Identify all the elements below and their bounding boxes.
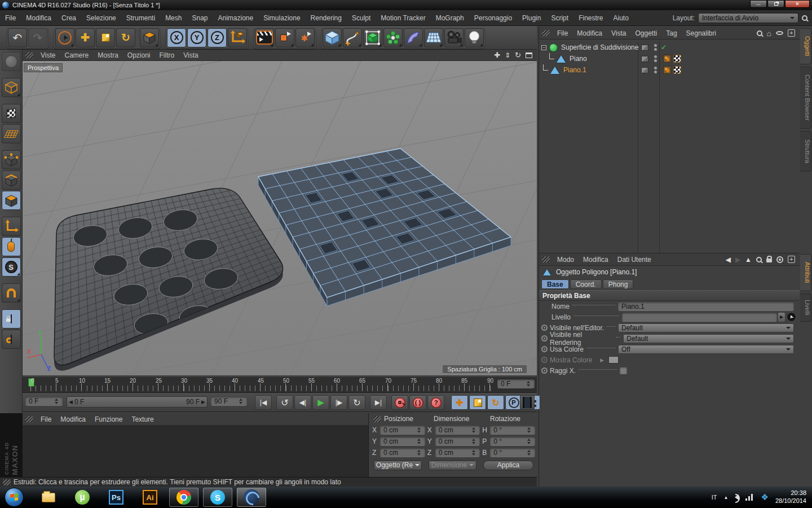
taskbar-utorrent[interactable]: µ <box>74 489 91 506</box>
materials-list-empty[interactable] <box>23 426 368 476</box>
lock-icon[interactable] <box>766 259 772 262</box>
workplane-lock-button[interactable] <box>2 309 21 329</box>
move-tool-button[interactable]: ✚ <box>76 28 95 47</box>
am-menu-modo[interactable]: Modo <box>553 253 579 266</box>
object-label-selected[interactable]: Piano.1 <box>563 66 586 74</box>
vp-menu-opzioni[interactable]: Opzioni <box>123 50 155 61</box>
play-forward-loop-button[interactable]: ↻ <box>348 395 365 410</box>
vp-menu-filtro[interactable]: Filtro <box>155 50 179 61</box>
nome-field[interactable]: Piano.1 <box>618 302 794 311</box>
taskbar-photoshop[interactable]: Ps <box>108 489 125 506</box>
tree-row-piano1[interactable]: Piano.1 <box>539 64 800 76</box>
usa-colore-dropdown[interactable]: Off <box>618 345 794 354</box>
livello-menu-button[interactable]: ▶ <box>778 313 785 322</box>
texture-axis-mode-button[interactable] <box>2 124 21 143</box>
range-right-arrow-icon[interactable]: ▶ <box>201 399 205 405</box>
volume-icon[interactable] <box>735 494 739 500</box>
spinner-icon[interactable] <box>416 437 422 446</box>
pos-y-field[interactable]: 0 cm <box>380 437 425 446</box>
mat-menu-modifica[interactable]: Modifica <box>56 413 90 426</box>
keyframe-selection-button[interactable]: ? <box>427 395 444 410</box>
spinner-icon[interactable] <box>471 448 476 457</box>
search-icon[interactable] <box>802 15 807 21</box>
tab-livelli[interactable]: Livelli <box>800 294 811 322</box>
rot-p-field[interactable]: 0 ° <box>490 437 535 446</box>
om-menu-modifica[interactable]: Modifica <box>572 27 607 40</box>
layer-chip[interactable] <box>641 67 648 73</box>
expander-icon[interactable]: − <box>541 45 546 50</box>
goto-end-button[interactable]: ▶| <box>370 395 387 410</box>
spinner-icon[interactable] <box>416 448 422 457</box>
spinner-icon[interactable] <box>416 426 422 435</box>
current-frame-field[interactable]: 0 F <box>497 379 535 388</box>
workplane-button[interactable] <box>2 330 21 349</box>
spinner-icon[interactable] <box>526 437 532 446</box>
panel-drag-handle[interactable] <box>373 416 381 422</box>
raggi-x-checkbox[interactable] <box>620 367 627 374</box>
viewport-tool-button[interactable] <box>2 237 21 256</box>
anim-dot-icon[interactable] <box>541 335 548 341</box>
menu-mesh[interactable]: Mesh <box>160 10 187 26</box>
vp-menu-viste[interactable]: Viste <box>36 50 60 61</box>
search-icon[interactable] <box>756 257 762 262</box>
record-keyframe-button[interactable] <box>391 395 408 410</box>
add-subdivision-surface-button[interactable] <box>363 28 382 47</box>
enable-toggles[interactable] <box>654 67 657 73</box>
home-icon[interactable]: ⌂ <box>767 29 771 38</box>
tab-content-browser[interactable]: Content Browser <box>800 67 811 129</box>
points-mode-button[interactable] <box>2 150 21 169</box>
om-menu-vista[interactable]: Vista <box>607 27 630 40</box>
rot-h-field[interactable]: 0 ° <box>490 426 535 435</box>
search-icon[interactable] <box>757 30 762 36</box>
rot-b-field[interactable]: 0 ° <box>490 448 535 457</box>
dim-z-field[interactable]: 0 cm <box>435 448 480 457</box>
uvw-tag-icon[interactable] <box>673 66 681 74</box>
enabled-check-icon[interactable]: ✓ <box>661 43 667 51</box>
taskbar-chrome[interactable] <box>169 488 198 507</box>
phong-tag-icon[interactable] <box>663 55 671 63</box>
timeline-ruler[interactable]: 0 5 10 15 20 25 30 35 40 45 50 55 60 65 … <box>23 377 537 393</box>
add-light-button[interactable] <box>465 28 484 47</box>
menu-rendering[interactable]: Rendering <box>306 10 347 26</box>
next-frame-button[interactable]: |▶ <box>330 395 347 410</box>
make-editable-button[interactable] <box>2 52 21 71</box>
model-mode-button[interactable] <box>2 78 21 97</box>
spinner-icon[interactable] <box>471 426 476 435</box>
add-deformer-button[interactable] <box>404 28 423 47</box>
edges-mode-button[interactable] <box>2 170 21 190</box>
axis-x-button[interactable]: X <box>167 28 186 47</box>
menu-sculpt[interactable]: Sculpt <box>347 10 376 26</box>
enable-toggles[interactable] <box>654 44 657 51</box>
panel-drag-handle[interactable] <box>25 416 33 422</box>
tree-row-piano[interactable]: Piano <box>539 53 800 64</box>
taskbar-illustrator[interactable]: Ai <box>142 489 158 506</box>
taskbar-cinema4d[interactable] <box>237 488 266 507</box>
menu-snap[interactable]: Snap <box>187 10 213 26</box>
frame-range-slider[interactable]: ◀0 F 90 F▶ <box>67 396 208 408</box>
menu-plugin[interactable]: Plugin <box>517 10 546 26</box>
add-floor-button[interactable] <box>424 28 443 47</box>
magnet-button[interactable] <box>2 283 21 303</box>
panel-drag-handle[interactable] <box>3 479 11 485</box>
language-indicator[interactable]: IT <box>712 494 717 501</box>
add-cube-button[interactable] <box>323 28 342 47</box>
add-icon[interactable]: + <box>788 29 795 37</box>
add-spline-button[interactable] <box>343 28 362 47</box>
timeline-window-button[interactable] <box>520 395 535 410</box>
object-label[interactable]: Piano <box>570 55 587 63</box>
pos-x-field[interactable]: 0 cm <box>380 426 425 435</box>
panel-drag-handle[interactable] <box>542 30 550 36</box>
menu-crea[interactable]: Crea <box>56 10 81 26</box>
am-menu-modifica[interactable]: Modifica <box>579 253 613 266</box>
am-menu-dati-utente[interactable]: Dati Utente <box>613 253 656 266</box>
maximize-view-icon[interactable] <box>526 52 532 58</box>
render-picture-viewer-button[interactable] <box>275 28 294 47</box>
rotate-view-icon[interactable]: ↻ <box>515 51 521 59</box>
pan-view-icon[interactable]: ✚ <box>494 51 500 59</box>
tab-coord[interactable]: Coord. <box>570 279 602 289</box>
menu-selezione[interactable]: Selezione <box>81 10 121 26</box>
menu-script[interactable]: Script <box>546 10 573 26</box>
axis-z-button[interactable]: Z <box>208 28 227 47</box>
pick-object-button[interactable]: ➤ <box>787 312 796 322</box>
mat-menu-texture[interactable]: Texture <box>127 413 158 426</box>
